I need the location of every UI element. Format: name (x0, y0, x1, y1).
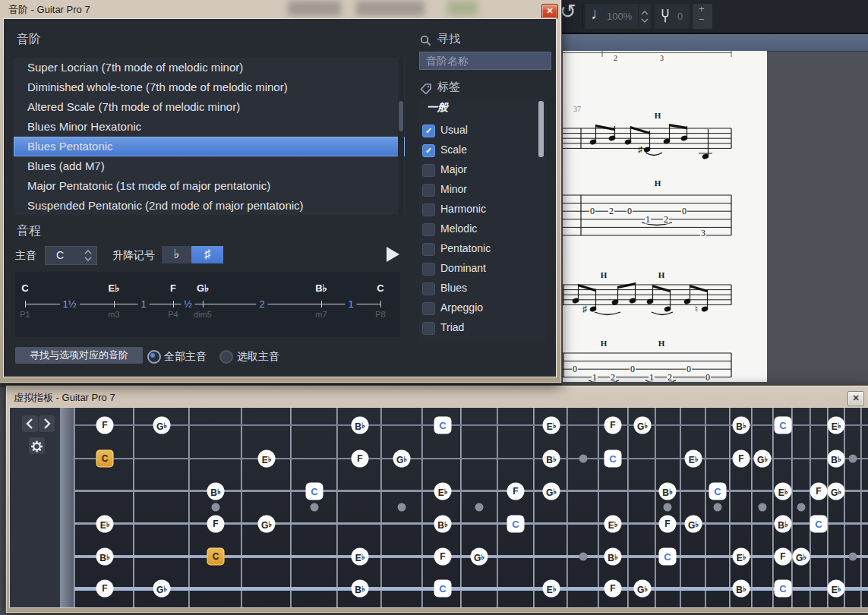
undo-icon[interactable]: ↺ (560, 0, 576, 24)
next-button[interactable] (39, 415, 55, 432)
tab-fret-number[interactable]: 1 (649, 374, 655, 382)
zoom-spinner-icon[interactable] (641, 11, 649, 23)
fretboard-note-root[interactable]: C (810, 515, 828, 532)
tab-fret-number[interactable]: 3 (700, 229, 706, 238)
fretboard-note-root[interactable]: C (604, 449, 622, 467)
fretboard-note[interactable]: B♭ (604, 547, 622, 565)
tab-fret-number[interactable]: 0 (681, 207, 687, 216)
minus-icon[interactable]: − (699, 14, 705, 25)
transpose-stepper[interactable]: + − (693, 4, 712, 29)
zoom-control[interactable]: ♩ 100% (586, 4, 651, 29)
fretboard-note[interactable]: B♭ (96, 547, 114, 565)
toolbar-separator (582, 3, 583, 30)
fretboard-note[interactable]: F (507, 482, 525, 500)
hammer-on-mark: H (655, 178, 661, 188)
tab-fret-number[interactable]: 0 (627, 207, 633, 216)
fretboard-note[interactable]: E♭ (828, 417, 845, 434)
fretboard-note[interactable]: F (96, 417, 114, 434)
prev-button[interactable] (22, 415, 38, 432)
fretboard-note[interactable]: G♭ (793, 547, 810, 565)
tab-fret-number[interactable]: 2 (610, 374, 616, 382)
fretboard-note[interactable]: G♭ (153, 580, 171, 598)
fret-marker (797, 503, 806, 512)
fretboard-note-root[interactable]: C (775, 417, 792, 434)
fretboard-note[interactable]: G♭ (393, 449, 411, 467)
fretboard-note[interactable]: B♭ (775, 515, 792, 532)
transpose-control[interactable]: 0 (655, 4, 690, 29)
fretboard-note[interactable]: G♭ (543, 482, 560, 500)
fretboard-note[interactable]: F (775, 547, 792, 565)
fretboard-note-root[interactable]: C (659, 547, 677, 565)
fretboard-note[interactable]: B♭ (352, 580, 369, 598)
fretboard-note-root[interactable]: C (507, 515, 525, 532)
fretboard-note[interactable]: E♭ (543, 580, 560, 598)
tab-fret-number[interactable]: 2 (608, 207, 614, 216)
fret-wire (791, 408, 793, 607)
fretboard-note[interactable]: F (434, 547, 452, 565)
tab-fret-number[interactable]: 0 (630, 365, 636, 374)
fretboard-note-root[interactable]: C (434, 417, 452, 434)
fretboard-note[interactable]: B♭ (434, 515, 452, 532)
fret-wire (844, 408, 845, 607)
fretboard-nut (60, 408, 74, 607)
tab-fret-number[interactable]: 2 (663, 216, 669, 224)
fretboard-note[interactable]: F (96, 580, 114, 598)
fretboard-note[interactable]: E♭ (685, 449, 702, 467)
fretboard-note[interactable]: G♭ (685, 515, 702, 532)
fretboard-close-button[interactable]: ✕ (847, 391, 864, 406)
tab-fret-number[interactable]: 0 (705, 374, 711, 382)
fretboard-note-root[interactable]: C (775, 580, 792, 598)
tab-fret-number[interactable]: 0 (589, 207, 595, 216)
fretboard-note[interactable]: E♭ (775, 482, 792, 500)
fretboard-note[interactable]: G♭ (153, 417, 171, 434)
fretboard-note[interactable]: F (810, 482, 828, 500)
fretboard-note[interactable]: E♭ (96, 515, 114, 532)
fretboard-note[interactable]: F (352, 449, 369, 467)
fretboard-note[interactable]: B♭ (543, 449, 560, 467)
fretboard-note[interactable]: F (604, 580, 622, 598)
fret-wire (680, 408, 681, 607)
tab-fret-number[interactable]: 1 (645, 216, 651, 224)
fretboard-note[interactable]: G♭ (634, 417, 652, 434)
fretboard-note[interactable]: B♭ (828, 449, 845, 467)
fretboard-note-played[interactable]: C (207, 547, 225, 565)
scale-dialog-close-button[interactable]: ✕ (541, 4, 558, 19)
fretboard-note[interactable]: E♭ (258, 449, 276, 467)
fret-marker (475, 503, 484, 512)
fretboard-note[interactable]: G♭ (634, 580, 652, 598)
fretboard-note[interactable]: G♭ (828, 482, 845, 500)
fretboard-note[interactable]: E♭ (543, 417, 560, 434)
fretboard-note[interactable]: B♭ (733, 417, 750, 434)
guitar-string[interactable] (74, 522, 868, 525)
fretboard-note[interactable]: E♭ (434, 482, 452, 500)
guitar-string[interactable] (74, 490, 868, 492)
fretboard-note-played[interactable]: C (96, 449, 114, 467)
fretboard-note[interactable]: G♭ (471, 547, 488, 565)
fret-wire (241, 408, 242, 607)
fret-marker (579, 454, 588, 462)
tab-fret-number[interactable]: 0 (572, 365, 578, 374)
tab-fret-number[interactable]: 2 (667, 374, 673, 382)
fretboard-note-root[interactable]: C (434, 580, 452, 598)
fretboard-note[interactable]: E♭ (604, 515, 622, 532)
fretboard-note[interactable]: F (207, 515, 225, 532)
fretboard-note[interactable]: G♭ (258, 515, 276, 532)
fretboard-note[interactable]: B♭ (207, 482, 225, 500)
fretboard-note[interactable]: F (733, 449, 750, 467)
fretboard-note[interactable]: F (659, 515, 677, 532)
fretboard-note[interactable]: E♭ (352, 547, 369, 565)
tab-fret-number[interactable]: 0 (686, 365, 692, 374)
fretboard-note[interactable]: E♭ (828, 580, 845, 598)
fretboard-note[interactable]: F (604, 417, 622, 434)
tab-fret-number[interactable]: 1 (592, 374, 598, 382)
plus-icon[interactable]: + (699, 3, 705, 14)
hammer-on-mark: H (601, 270, 608, 279)
fretboard-note[interactable]: B♭ (659, 482, 677, 500)
fretboard-note[interactable]: B♭ (733, 580, 750, 598)
settings-button[interactable] (29, 437, 45, 454)
fretboard-note-root[interactable]: C (709, 482, 727, 500)
fretboard-note-root[interactable]: C (306, 482, 324, 500)
fretboard-note[interactable]: B♭ (352, 417, 369, 434)
fretboard-note[interactable]: G♭ (754, 449, 772, 467)
fretboard-note[interactable]: E♭ (733, 547, 750, 565)
